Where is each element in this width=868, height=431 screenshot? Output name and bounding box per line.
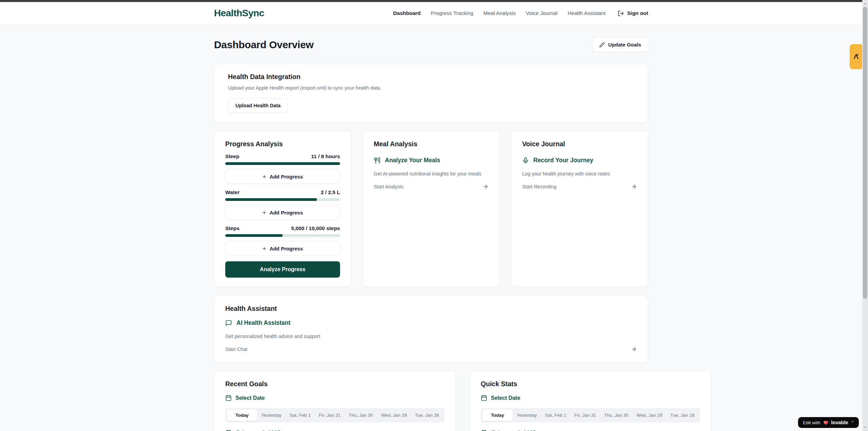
goal-sleep-progress-fill <box>225 162 340 165</box>
date-tab-yesterday[interactable]: Yesterday <box>513 410 541 421</box>
quick-stats-title: Quick Stats <box>481 380 700 388</box>
analyze-progress-button[interactable]: Analyze Progress <box>225 261 340 278</box>
start-chat-action[interactable]: Start Chat <box>225 346 637 352</box>
nav-item-meal-analysis[interactable]: Meal Analysis <box>483 10 516 16</box>
goal-steps-progressbar <box>225 234 340 237</box>
current-date-label: February 3, 2025 <box>236 430 280 431</box>
assistant-description: Get personalized health advice and suppo… <box>225 334 637 339</box>
goal-steps-value: 5,000 / 10,000 steps <box>291 225 340 231</box>
plus-icon: + <box>262 245 266 252</box>
goal-steps-label: Steps <box>225 225 240 231</box>
heart-gradient-icon <box>823 420 829 425</box>
date-tab-fri-jan-31[interactable]: Fri, Jan 31 <box>570 410 600 421</box>
date-tab-thu-jan-30[interactable]: Thu, Jan 30 <box>600 410 632 421</box>
record-your-journey-link[interactable]: Record Your Journey <box>522 157 637 164</box>
main-content: Dashboard Overview Update Goals Health D… <box>0 25 862 431</box>
logout-icon <box>618 10 624 17</box>
scrollbar-thumb[interactable] <box>863 7 867 299</box>
date-tab-tue-jan-28[interactable]: Tue, Jan 28 <box>411 410 443 421</box>
nav-item-health-assistant[interactable]: Health Assistant <box>568 10 605 16</box>
nav-item-voice-journal[interactable]: Voice Journal <box>526 10 557 16</box>
utensils-icon <box>374 157 380 164</box>
recent-goals-date-tabs: Today Yesterday Sat, Feb 1 Fri, Jan 31 T… <box>225 408 445 423</box>
date-tab-today[interactable]: Today <box>482 410 513 421</box>
start-analysis-label: Start Analysis <box>374 184 404 189</box>
sign-out-label: Sign out <box>627 10 648 16</box>
assistant-title: Health Assistant <box>225 305 637 313</box>
date-tab-yesterday[interactable]: Yesterday <box>257 410 286 421</box>
integration-title: Health Data Integration <box>228 73 634 81</box>
calendar-icon <box>481 430 487 431</box>
upload-health-data-button[interactable]: Upload Health Data <box>228 98 288 113</box>
analyze-your-meals-label: Analyze Your Meals <box>385 157 440 164</box>
edit-with-label: Edit with <box>803 420 820 425</box>
goal-water-label: Water <box>225 189 240 195</box>
add-progress-sleep-button[interactable]: + Add Progress <box>225 169 340 184</box>
start-analysis-action[interactable]: Start Analysis <box>374 184 489 190</box>
ai-health-assistant-link[interactable]: AI Health Assistant <box>225 319 637 326</box>
goal-water-progress-fill <box>225 198 317 201</box>
recent-goals-current-date[interactable]: February 3, 2025 <box>225 430 445 431</box>
goal-sleep-value: 11 / 8 hours <box>311 153 340 160</box>
calendar-icon <box>481 395 487 401</box>
current-date-label: February 3, 2025 <box>492 430 536 431</box>
add-progress-water-button[interactable]: + Add Progress <box>225 205 340 220</box>
recent-goals-title: Recent Goals <box>225 380 445 388</box>
quick-stats-card: Quick Stats Select Date Today Yesterday <box>470 371 711 431</box>
calendar-icon <box>225 395 232 401</box>
add-progress-label: Add Progress <box>269 210 303 215</box>
pencil-icon <box>599 42 605 48</box>
goal-steps: Steps 5,000 / 10,000 steps + Add Progres… <box>225 225 340 256</box>
goal-water-progressbar <box>225 198 340 201</box>
date-tab-tue-jan-28[interactable]: Tue, Jan 28 <box>666 410 698 421</box>
add-progress-label: Add Progress <box>269 174 303 180</box>
select-date-label: Select Date <box>491 395 520 401</box>
lovable-brand-label: lovable <box>831 420 848 425</box>
nav-item-progress-tracking[interactable]: Progress Tracking <box>431 10 473 16</box>
date-tab-today[interactable]: Today <box>227 410 257 421</box>
edit-with-lovable-badge[interactable]: Edit with lovable × <box>798 417 859 428</box>
app-header: HealthSync Dashboard Progress Tracking M… <box>0 2 862 25</box>
date-tab-wed-jan-29[interactable]: Wed, Jan 29 <box>377 410 411 421</box>
plus-icon: + <box>262 173 266 180</box>
update-goals-label: Update Goals <box>608 42 641 48</box>
health-data-integration-card: Health Data Integration Upload your Appl… <box>214 64 648 123</box>
analyze-your-meals-link[interactable]: Analyze Your Meals <box>374 157 489 164</box>
goal-sleep-progressbar <box>225 162 340 165</box>
close-icon[interactable]: × <box>852 420 854 424</box>
goal-steps-progress-fill <box>225 234 283 237</box>
add-progress-label: Add Progress <box>269 246 303 251</box>
viewport: HealthSync Dashboard Progress Tracking M… <box>0 2 862 431</box>
add-progress-steps-button[interactable]: + Add Progress <box>225 241 340 256</box>
page-title: Dashboard Overview <box>214 39 314 51</box>
health-assistant-card: Health Assistant AI Health Assistant Get… <box>214 296 648 363</box>
voice-title: Voice Journal <box>522 140 637 148</box>
quick-stats-select-date[interactable]: Select Date <box>481 395 700 401</box>
date-tab-thu-jan-30[interactable]: Thu, Jan 30 <box>344 410 377 421</box>
microphone-icon <box>522 157 529 164</box>
select-date-label: Select Date <box>235 395 265 401</box>
start-recording-action[interactable]: Start Recording <box>522 184 637 190</box>
lovable-mark-icon <box>853 53 860 60</box>
update-goals-button[interactable]: Update Goals <box>592 37 648 52</box>
goal-water-value: 2 / 2.5 L <box>321 189 340 195</box>
recent-goals-select-date[interactable]: Select Date <box>225 395 445 401</box>
vertical-scrollbar[interactable]: ▲ ▼ <box>862 0 868 431</box>
date-tab-sat-feb-1[interactable]: Sat, Feb 1 <box>285 410 315 421</box>
scrollbar-down-arrow[interactable]: ▼ <box>862 425 868 430</box>
arrow-right-icon <box>631 346 637 352</box>
nav-item-dashboard[interactable]: Dashboard <box>393 10 421 16</box>
sign-out-button[interactable]: Sign out <box>618 10 648 17</box>
date-tab-fri-jan-31[interactable]: Fri, Jan 31 <box>315 410 345 421</box>
record-your-journey-label: Record Your Journey <box>533 157 593 164</box>
scrollbar-up-arrow[interactable]: ▲ <box>862 1 868 6</box>
date-tab-wed-jan-29[interactable]: Wed, Jan 29 <box>633 410 667 421</box>
quick-stats-current-date[interactable]: February 3, 2025 <box>481 430 700 431</box>
arrow-right-icon <box>482 184 489 190</box>
brand-logo: HealthSync <box>214 8 264 19</box>
progress-title: Progress Analysis <box>225 140 340 148</box>
goal-sleep: Sleep 11 / 8 hours + Add Progress <box>225 153 340 184</box>
date-tab-sat-feb-1[interactable]: Sat, Feb 1 <box>541 410 570 421</box>
floating-widget-button[interactable] <box>850 44 863 69</box>
start-chat-label: Start Chat <box>225 346 247 352</box>
